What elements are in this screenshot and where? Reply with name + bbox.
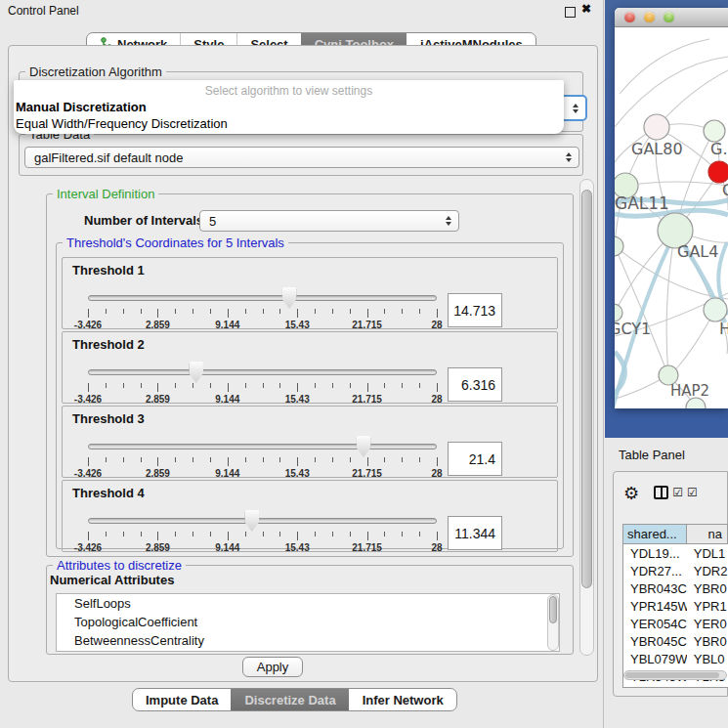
table-row[interactable]: YBR043CYBR0: [623, 579, 728, 597]
slider-track[interactable]: [88, 444, 437, 450]
slider-track[interactable]: [88, 369, 437, 375]
threshold-value-field[interactable]: 21.4: [448, 442, 502, 476]
table-row[interactable]: YBR045CYBR0: [623, 632, 728, 650]
column-header-shared[interactable]: shared...: [623, 525, 687, 544]
threshold-value-field[interactable]: 6.316: [448, 367, 502, 402]
table-row[interactable]: YIL052CYIL0: [623, 685, 728, 688]
attributes-list-scrollbar[interactable]: [547, 594, 559, 651]
table-cell[interactable]: YDR27...: [623, 562, 687, 579]
combo-stepper-icon[interactable]: [573, 104, 578, 113]
table-cell[interactable]: YIL0: [687, 685, 728, 688]
table-cell[interactable]: YBR043C: [623, 579, 687, 597]
table-cell[interactable]: YDL19...: [623, 544, 687, 562]
table-cell[interactable]: YDL1: [687, 544, 728, 562]
checkbox-icon[interactable]: ☑: [687, 486, 698, 499]
attributes-group-label: Attributes to discretize: [53, 558, 186, 573]
slider-handle-icon[interactable]: [357, 436, 371, 457]
bottom-tab-impute-data[interactable]: Impute Data: [133, 689, 231, 710]
attributes-list-scroll-thumb[interactable]: [549, 596, 557, 623]
table-cell[interactable]: YBL079W: [623, 650, 687, 667]
thresholds-group-label: Threshold's Coordinates for 5 Intervals: [63, 236, 288, 250]
column-split-icon[interactable]: [654, 486, 668, 499]
slider-handle-icon[interactable]: [282, 287, 297, 309]
tick-mark: [419, 383, 420, 388]
tick-mark: [279, 309, 280, 314]
threshold-value-field[interactable]: 11.344: [448, 516, 502, 550]
tick-mark: [367, 309, 368, 318]
network-canvas[interactable]: GAL80G.CGAL11GAL4GCY1HHAP2: [615, 27, 728, 408]
minimize-light-icon[interactable]: [644, 12, 655, 22]
tick-mark: [106, 532, 107, 536]
slider-handle-icon[interactable]: [244, 510, 259, 532]
network-node[interactable]: [615, 236, 623, 256]
threshold-slider[interactable]: -3.4262.8599.14415.4321.71528: [88, 289, 437, 328]
table-cell[interactable]: YER054C: [623, 615, 687, 632]
zoom-light-icon[interactable]: [664, 12, 674, 22]
tick-mark: [175, 309, 176, 314]
tick-label: 15.43: [285, 320, 310, 330]
slider-ticks: -3.4262.8599.14415.4321.71528: [88, 457, 437, 481]
table-cell[interactable]: YBL0: [687, 650, 728, 667]
table-row[interactable]: YER054CYER0: [623, 615, 728, 632]
network-view-window[interactable]: GAL80G.CGAL11GAL4GCY1HHAP2: [615, 8, 728, 408]
bottom-tab-infer-network[interactable]: Infer Network: [349, 689, 456, 710]
table-row[interactable]: YDL19...YDL1: [623, 544, 728, 562]
panel-scrollbar[interactable]: [579, 179, 594, 656]
tick-mark: [175, 457, 176, 462]
tick-mark: [263, 532, 264, 536]
bottom-tab-discretize-data[interactable]: Discretize Data: [231, 689, 348, 710]
table-row[interactable]: YPR145WYPR1: [623, 597, 728, 615]
network-node-c[interactable]: [708, 161, 728, 183]
threshold-value-field[interactable]: 14.713: [448, 293, 502, 327]
table-cell[interactable]: YDR2: [687, 562, 728, 579]
table-row[interactable]: YDR27...YDR2: [623, 562, 728, 579]
combo-stepper-icon[interactable]: [566, 152, 572, 162]
tick-mark: [419, 532, 420, 536]
table-cell[interactable]: YPR1: [687, 597, 728, 615]
list-item-topologicalcoefficient[interactable]: TopologicalCoefficient: [57, 613, 559, 631]
list-item-selfloops[interactable]: SelfLoops: [57, 594, 559, 613]
table-cell[interactable]: YBR0: [687, 579, 728, 597]
threshold-label: Threshold 1: [72, 263, 145, 278]
network-node-gal80[interactable]: [644, 114, 669, 140]
table-cell[interactable]: YBR0: [687, 632, 728, 650]
settings-gear-icon[interactable]: ⚙: [623, 483, 639, 503]
dropdown-option-manual-discretization[interactable]: Manual Discretization: [14, 99, 564, 115]
network-edge-thick[interactable]: [615, 352, 625, 393]
float-window-icon[interactable]: [565, 7, 576, 18]
dropdown-option-equal-width-frequency[interactable]: Equal Width/Frequency Discretization: [14, 115, 564, 132]
num-intervals-combobox[interactable]: 5: [199, 210, 459, 232]
checkbox-icon[interactable]: ☑: [672, 486, 683, 499]
combo-stepper-icon[interactable]: [446, 216, 451, 226]
network-edge[interactable]: [620, 39, 709, 94]
slider-handle-icon[interactable]: [189, 362, 203, 383]
network-edge[interactable]: [615, 57, 728, 127]
close-icon[interactable]: ✖: [581, 2, 591, 16]
network-window-titlebar[interactable]: [615, 8, 728, 27]
list-item-betweennesscentrality[interactable]: BetweennessCentrality: [57, 631, 559, 650]
slider-track[interactable]: [88, 518, 437, 524]
table-data-combo-value: galFiltered.sif default node: [34, 150, 183, 165]
table-cell[interactable]: YBR045C: [623, 632, 687, 650]
table-cell[interactable]: YER0: [687, 615, 728, 632]
column-header-na[interactable]: na: [687, 525, 728, 544]
table-h-scrollbar[interactable]: [623, 670, 727, 680]
attributes-list[interactable]: SelfLoopsTopologicalCoefficientBetweenne…: [56, 593, 560, 652]
tick-mark: [245, 457, 246, 462]
table-row[interactable]: YBL079WYBL0: [623, 650, 728, 667]
table-cell[interactable]: YIL052C: [623, 685, 687, 688]
threshold-slider[interactable]: -3.4262.8599.14415.4321.71528: [88, 364, 437, 403]
table-cell[interactable]: YPR145W: [623, 597, 687, 615]
threshold-slider[interactable]: -3.4262.8599.14415.4321.71528: [88, 512, 437, 551]
apply-button[interactable]: Apply: [242, 657, 303, 677]
tick-label: 2.859: [146, 320, 170, 330]
table-data-combobox[interactable]: galFiltered.sif default node: [24, 147, 579, 168]
panel-scroll-thumb[interactable]: [581, 190, 592, 588]
tick-mark: [106, 309, 107, 314]
network-node-g[interactable]: [704, 120, 725, 142]
close-light-icon[interactable]: [624, 12, 635, 22]
table-h-scroll-thumb[interactable]: [625, 672, 719, 678]
threshold-slider[interactable]: -3.4262.8599.14415.4321.71528: [88, 438, 437, 477]
slider-track[interactable]: [88, 295, 437, 301]
network-node-h[interactable]: [704, 298, 727, 321]
